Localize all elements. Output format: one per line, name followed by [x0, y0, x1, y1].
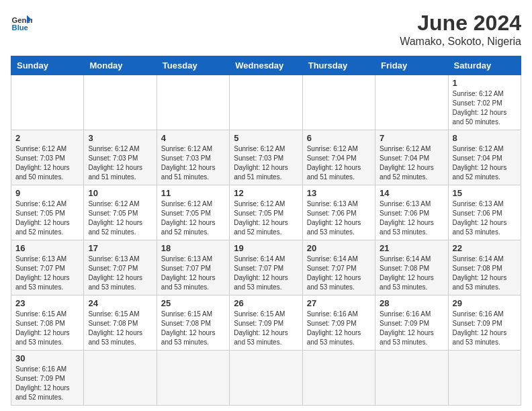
day-info: Sunrise: 6:16 AM Sunset: 7:09 PM Dayligh… [380, 310, 443, 347]
calendar-cell: 18Sunrise: 6:13 AM Sunset: 7:07 PM Dayli… [157, 240, 229, 295]
day-number: 3 [88, 133, 152, 143]
day-number: 11 [161, 188, 225, 198]
weekday-header-saturday: Saturday [448, 56, 521, 75]
day-info: Sunrise: 6:13 AM Sunset: 7:06 PM Dayligh… [380, 199, 443, 237]
day-number: 29 [453, 298, 517, 308]
day-info: Sunrise: 6:12 AM Sunset: 7:03 PM Dayligh… [15, 144, 79, 182]
day-number: 30 [15, 353, 79, 363]
day-number: 6 [307, 133, 371, 143]
logo-icon: General Blue [11, 11, 32, 32]
day-number: 26 [234, 298, 298, 308]
calendar-cell [84, 351, 157, 406]
calendar-cell: 2Sunrise: 6:12 AM Sunset: 7:03 PM Daylig… [11, 130, 84, 185]
logo: General Blue [11, 11, 32, 32]
day-info: Sunrise: 6:15 AM Sunset: 7:08 PM Dayligh… [15, 310, 79, 347]
weekday-header-friday: Friday [375, 56, 448, 75]
calendar-cell: 11Sunrise: 6:12 AM Sunset: 7:05 PM Dayli… [157, 185, 229, 240]
day-number: 5 [234, 133, 298, 143]
weekday-header-row: SundayMondayTuesdayWednesdayThursdayFrid… [11, 56, 521, 75]
calendar-cell [302, 351, 375, 406]
calendar-cell: 23Sunrise: 6:15 AM Sunset: 7:08 PM Dayli… [11, 295, 84, 351]
calendar-cell [302, 75, 375, 130]
weekday-header-thursday: Thursday [302, 56, 375, 75]
day-number: 16 [15, 243, 79, 253]
calendar-cell: 4Sunrise: 6:12 AM Sunset: 7:03 PM Daylig… [157, 130, 229, 185]
calendar-cell: 13Sunrise: 6:13 AM Sunset: 7:06 PM Dayli… [302, 185, 375, 240]
calendar-cell [375, 351, 448, 406]
day-info: Sunrise: 6:15 AM Sunset: 7:08 PM Dayligh… [161, 310, 225, 347]
calendar-cell: 6Sunrise: 6:12 AM Sunset: 7:04 PM Daylig… [302, 130, 375, 185]
day-info: Sunrise: 6:14 AM Sunset: 7:08 PM Dayligh… [380, 255, 443, 292]
day-number: 25 [161, 298, 225, 308]
day-info: Sunrise: 6:12 AM Sunset: 7:04 PM Dayligh… [380, 144, 443, 182]
day-info: Sunrise: 6:12 AM Sunset: 7:05 PM Dayligh… [15, 199, 79, 237]
day-info: Sunrise: 6:16 AM Sunset: 7:09 PM Dayligh… [15, 365, 79, 402]
day-info: Sunrise: 6:13 AM Sunset: 7:07 PM Dayligh… [88, 255, 152, 292]
page-subtitle: Wamako, Sokoto, Nigeria [400, 36, 521, 48]
day-number: 7 [380, 133, 443, 143]
day-number: 20 [307, 243, 371, 253]
calendar-cell [84, 75, 157, 130]
weekday-header-wednesday: Wednesday [230, 56, 302, 75]
calendar-cell [157, 75, 229, 130]
title-area: June 2024 Wamako, Sokoto, Nigeria [400, 11, 521, 48]
day-number: 24 [88, 298, 152, 308]
day-info: Sunrise: 6:12 AM Sunset: 7:05 PM Dayligh… [234, 199, 298, 237]
calendar-cell: 9Sunrise: 6:12 AM Sunset: 7:05 PM Daylig… [11, 185, 84, 240]
calendar-cell: 24Sunrise: 6:15 AM Sunset: 7:08 PM Dayli… [84, 295, 157, 351]
calendar-cell: 28Sunrise: 6:16 AM Sunset: 7:09 PM Dayli… [375, 295, 448, 351]
calendar-week-row: 30Sunrise: 6:16 AM Sunset: 7:09 PM Dayli… [11, 351, 521, 406]
calendar-cell [230, 351, 302, 406]
day-info: Sunrise: 6:12 AM Sunset: 7:02 PM Dayligh… [453, 89, 517, 127]
calendar-cell: 17Sunrise: 6:13 AM Sunset: 7:07 PM Dayli… [84, 240, 157, 295]
day-info: Sunrise: 6:12 AM Sunset: 7:04 PM Dayligh… [453, 144, 517, 182]
day-number: 9 [15, 188, 79, 198]
weekday-header-tuesday: Tuesday [157, 56, 229, 75]
day-info: Sunrise: 6:13 AM Sunset: 7:06 PM Dayligh… [453, 199, 517, 237]
day-number: 1 [453, 78, 517, 88]
day-number: 8 [453, 133, 517, 143]
day-info: Sunrise: 6:12 AM Sunset: 7:03 PM Dayligh… [234, 144, 298, 182]
calendar-table: SundayMondayTuesdayWednesdayThursdayFrid… [11, 56, 521, 406]
day-number: 23 [15, 298, 79, 308]
page-header: General Blue June 2024 Wamako, Sokoto, N… [11, 11, 521, 48]
calendar-week-row: 9Sunrise: 6:12 AM Sunset: 7:05 PM Daylig… [11, 185, 521, 240]
weekday-header-monday: Monday [84, 56, 157, 75]
day-info: Sunrise: 6:13 AM Sunset: 7:07 PM Dayligh… [15, 255, 79, 292]
day-info: Sunrise: 6:14 AM Sunset: 7:08 PM Dayligh… [453, 255, 517, 292]
calendar-week-row: 2Sunrise: 6:12 AM Sunset: 7:03 PM Daylig… [11, 130, 521, 185]
calendar-cell: 8Sunrise: 6:12 AM Sunset: 7:04 PM Daylig… [448, 130, 521, 185]
calendar-cell: 7Sunrise: 6:12 AM Sunset: 7:04 PM Daylig… [375, 130, 448, 185]
day-info: Sunrise: 6:12 AM Sunset: 7:05 PM Dayligh… [161, 199, 225, 237]
day-info: Sunrise: 6:13 AM Sunset: 7:06 PM Dayligh… [307, 199, 371, 237]
day-number: 4 [161, 133, 225, 143]
calendar-cell: 5Sunrise: 6:12 AM Sunset: 7:03 PM Daylig… [230, 130, 302, 185]
calendar-cell [157, 351, 229, 406]
day-info: Sunrise: 6:15 AM Sunset: 7:09 PM Dayligh… [234, 310, 298, 347]
svg-text:Blue: Blue [12, 24, 28, 32]
day-info: Sunrise: 6:12 AM Sunset: 7:05 PM Dayligh… [88, 199, 152, 237]
calendar-cell: 20Sunrise: 6:14 AM Sunset: 7:07 PM Dayli… [302, 240, 375, 295]
calendar-cell: 10Sunrise: 6:12 AM Sunset: 7:05 PM Dayli… [84, 185, 157, 240]
day-info: Sunrise: 6:12 AM Sunset: 7:03 PM Dayligh… [161, 144, 225, 182]
calendar-week-row: 1Sunrise: 6:12 AM Sunset: 7:02 PM Daylig… [11, 75, 521, 130]
calendar-cell: 29Sunrise: 6:16 AM Sunset: 7:09 PM Dayli… [448, 295, 521, 351]
calendar-cell [448, 351, 521, 406]
calendar-cell: 1Sunrise: 6:12 AM Sunset: 7:02 PM Daylig… [448, 75, 521, 130]
calendar-cell: 3Sunrise: 6:12 AM Sunset: 7:03 PM Daylig… [84, 130, 157, 185]
day-number: 19 [234, 243, 298, 253]
weekday-header-sunday: Sunday [11, 56, 84, 75]
calendar-cell [11, 75, 84, 130]
day-number: 21 [380, 243, 443, 253]
calendar-week-row: 16Sunrise: 6:13 AM Sunset: 7:07 PM Dayli… [11, 240, 521, 295]
day-number: 17 [88, 243, 152, 253]
day-info: Sunrise: 6:12 AM Sunset: 7:03 PM Dayligh… [88, 144, 152, 182]
calendar-cell: 22Sunrise: 6:14 AM Sunset: 7:08 PM Dayli… [448, 240, 521, 295]
day-info: Sunrise: 6:12 AM Sunset: 7:04 PM Dayligh… [307, 144, 371, 182]
calendar-cell: 25Sunrise: 6:15 AM Sunset: 7:08 PM Dayli… [157, 295, 229, 351]
day-info: Sunrise: 6:16 AM Sunset: 7:09 PM Dayligh… [453, 310, 517, 347]
calendar-cell [375, 75, 448, 130]
calendar-cell: 27Sunrise: 6:16 AM Sunset: 7:09 PM Dayli… [302, 295, 375, 351]
day-number: 2 [15, 133, 79, 143]
day-info: Sunrise: 6:15 AM Sunset: 7:08 PM Dayligh… [88, 310, 152, 347]
